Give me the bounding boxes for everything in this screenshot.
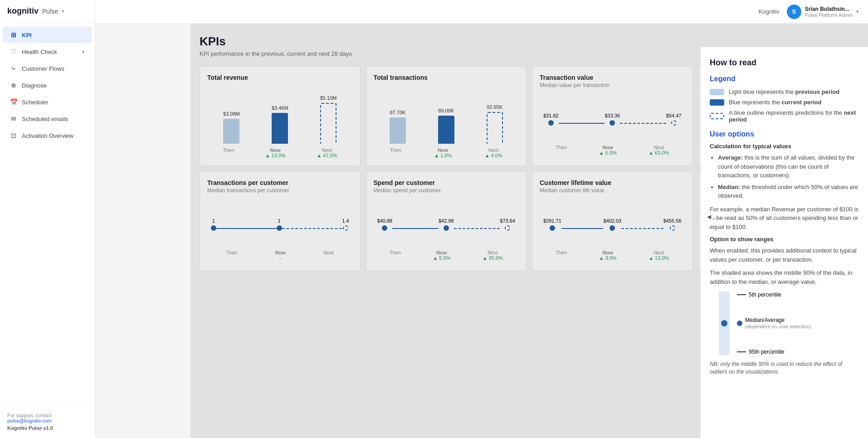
line-points-spc: $40.88 $42.98 $73.64 [377, 206, 516, 243]
dot-now-tpc [277, 225, 282, 231]
val-then-transval: $31.82 [543, 113, 559, 118]
point-now-spc: $42.98 [439, 218, 454, 231]
line-2-clv [621, 228, 663, 229]
label-then-transval: Then [556, 145, 567, 156]
point-then-transval: $31.82 [543, 113, 559, 126]
bar-chart-total-revenue: $3.08M $3.46M $5.10M [207, 94, 353, 144]
dot-next-clv [670, 225, 675, 231]
calc-example: For example, a median Revenue per custom… [710, 205, 859, 232]
range-median-dot [721, 320, 727, 326]
dot-now-transval [610, 120, 615, 126]
bar-group-next-trans: 92.65K [475, 104, 514, 144]
user-role: Pulse Platform Admin [805, 12, 853, 18]
bar-group-now-trans: 89.00K [426, 108, 466, 144]
kpi-card-transaction-value: Transaction value Median value per trans… [532, 66, 693, 166]
card-title-tpc: Transactions per customer [207, 179, 353, 186]
line-1-clv [561, 228, 604, 229]
range-dot-median [737, 321, 742, 326]
range-line-95th [737, 351, 746, 352]
sidebar: kognitiv Pulse ▾ ⊞ KPI ♡ Health Check ▾ … [0, 0, 95, 438]
kpi-card-total-revenue: Total revenue $3.08M $3.46M $5.10M [200, 66, 361, 166]
topbar-org: Kognitiv [759, 8, 780, 15]
bar-group-then-revenue: $3.08M [212, 111, 251, 144]
val-then-clv: $391.71 [543, 218, 561, 224]
line-points-clv: $391.71 $402.03 $455.56 [543, 206, 682, 243]
legend-text-current: Blue represents the current period [729, 99, 821, 106]
bar-group-next-revenue: $5.10M [309, 95, 348, 144]
bar-labels-trans: Then Now▲ 1.0% Next▲ 4.0% [374, 147, 519, 158]
topbar: Kognitiv S Srian Bulathsin... Pulse Plat… [95, 0, 868, 24]
legend-item-next: A blue outline represents predictions fo… [710, 109, 859, 123]
label-now-spc: Now▲ 5.0% [433, 250, 450, 261]
sidebar-item-kpi[interactable]: ⊞ KPI [3, 27, 92, 43]
bar-curr-trans [438, 116, 454, 144]
label-then-tpc: Then [226, 250, 238, 261]
sidebar-item-activation-overview[interactable]: ⊡ Activation Overview [3, 127, 92, 144]
legend-swatch-current [710, 99, 724, 106]
right-panel-inner: ◀ How to read Legend Light blue represen… [710, 58, 859, 376]
bar-prev-revenue [223, 119, 239, 144]
scheduled-emails-icon: ✉ [10, 115, 17, 122]
sidebar-item-label-scheduled-emails: Scheduled emails [22, 116, 68, 122]
range-diagram: 5th percentile Median/Average(dependent … [719, 292, 850, 355]
panel-title: How to read [710, 58, 859, 68]
collapse-button[interactable]: ◀ [703, 211, 714, 222]
card-title-total-transactions: Total transactions [374, 74, 519, 81]
bar-labels-revenue: Then Now▲ 13.0% Next▲ 47.0% [207, 147, 353, 158]
legend-swatch-next [710, 113, 724, 119]
health-check-expand-icon: ▾ [82, 49, 85, 55]
label-now-revenue: Now▲ 13.0% [265, 147, 286, 158]
sidebar-item-scheduler[interactable]: 📅 Scheduler [3, 94, 92, 110]
sidebar-item-label-scheduler: Scheduler [22, 99, 49, 106]
label-now-transval: Now▲ 5.0% [599, 145, 617, 156]
sidebar-item-customer-flows[interactable]: ⤷ Customer Flows [3, 60, 92, 77]
label-then-clv: Then [556, 250, 567, 261]
point-now-tpc: 1 [277, 218, 282, 231]
range-desc1: When enabled, this provides additional c… [710, 246, 859, 264]
point-then-tpc: 1 [211, 218, 216, 231]
sidebar-item-label-activation-overview: Activation Overview [22, 132, 73, 139]
bar-prev-trans [390, 117, 406, 144]
sidebar-item-health-check[interactable]: ♡ Health Check ▾ [3, 44, 92, 60]
card-subtitle-spc: Median spend per customer [374, 187, 519, 194]
dot-then-spc [382, 225, 387, 231]
kpi-card-total-transactions: Total transactions 87.70K 89.00K 92.65K [366, 66, 527, 166]
label-next-trans: Next▲ 4.0% [485, 147, 502, 158]
val-then-tpc: 1 [211, 218, 216, 224]
val-now-clv: $402.03 [603, 218, 621, 224]
label-then-trans: Then [390, 147, 401, 158]
kpi-icon: ⊞ [10, 31, 17, 39]
topbar-user[interactable]: S Srian Bulathsin... Pulse Platform Admi… [787, 5, 859, 19]
range-label-5th: 5th percentile [737, 292, 811, 298]
sidebar-item-label-customer-flows: Customer Flows [22, 65, 64, 72]
line-labels-transval: Then Now▲ 5.0% Next▲ 63.0% [540, 145, 685, 156]
sidebar-item-diagnose[interactable]: ⊕ Diagnose [3, 77, 92, 93]
bar-value-now-trans: 89.00K [438, 108, 454, 113]
support-email[interactable]: pulse@kognitiv.com [7, 418, 52, 423]
label-next-transval: Next▲ 63.0% [649, 145, 669, 156]
range-bar [719, 292, 730, 355]
bar-value-then-trans: 87.70K [390, 110, 405, 115]
legend-items: Light blue represents the previous perio… [710, 88, 859, 123]
kpi-card-spend-per-customer: Spend per customer Median spend per cust… [366, 171, 527, 271]
avatar: S [787, 5, 801, 19]
line-labels-clv: Then Now▲ 3.0% Next▲ 13.0% [540, 250, 685, 261]
product-chevron-icon[interactable]: ▾ [62, 9, 64, 14]
range-desc2: The shaded area shows the middle 90% of … [710, 268, 859, 286]
val-now-transval: $33.36 [605, 113, 620, 118]
dot-now-spc [444, 225, 449, 231]
line-chart-transaction-value: $31.82 $33.36 $54.47 [540, 94, 685, 145]
sidebar-footer: For support, contact pulse@kognitiv.com … [0, 405, 95, 438]
label-next-revenue: Next▲ 47.0% [317, 147, 337, 158]
sidebar-item-scheduled-emails[interactable]: ✉ Scheduled emails [3, 111, 92, 127]
bar-value-now-revenue: $3.46M [272, 105, 288, 111]
legend-title: Legend [710, 75, 859, 83]
dot-then-tpc [211, 225, 216, 231]
user-info: Srian Bulathsin... Pulse Platform Admin [805, 6, 853, 18]
card-title-clv: Customer lifetime value [540, 179, 685, 186]
range-text-median: Median/Average(dependent on user selecti… [745, 317, 811, 330]
label-now-tpc: Now-- [275, 250, 286, 261]
range-text-95th: 95th percentile [749, 349, 785, 355]
right-panel: ◀ How to read Legend Light blue represen… [700, 47, 868, 438]
point-next-transval: $54.47 [666, 113, 682, 126]
